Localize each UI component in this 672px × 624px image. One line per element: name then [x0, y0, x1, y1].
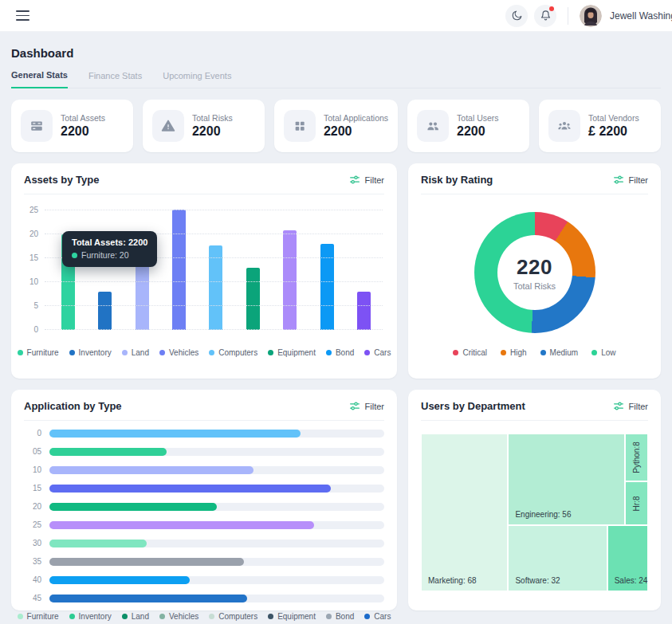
legend-item-vehicles[interactable]: Vehicles: [159, 612, 198, 621]
assets-legend: FurnitureInventoryLandVehiclesComputersE…: [24, 348, 384, 357]
legend-item-cars[interactable]: Cars: [364, 348, 391, 357]
legend-dot: [209, 350, 214, 355]
asset-bar-6[interactable]: [283, 230, 297, 330]
axis-tick-label: 05: [24, 447, 41, 456]
filter-sliders-icon: [613, 401, 624, 411]
stat-card-total-vendors: Total Vendors £ 2200: [539, 100, 661, 152]
legend-dot: [69, 614, 75, 619]
tab-upcoming-events[interactable]: Upcoming Events: [163, 70, 231, 88]
axis-tick-label: 25: [29, 206, 38, 214]
legend-dot: [18, 350, 23, 355]
legend-dot: [159, 350, 165, 355]
treemap-tile-engineering[interactable]: Engineering: 56: [508, 434, 624, 525]
asset-bar-8[interactable]: [357, 292, 371, 330]
application-bar-row: 35: [24, 557, 384, 566]
users-by-department-card: Users by Department Filter Marketing: 68…: [408, 390, 661, 610]
asset-bar-1[interactable]: [98, 292, 112, 330]
axis-tick-label: 25: [24, 520, 41, 529]
stat-label: Total Vendors: [588, 113, 639, 123]
app-bar-fill-30[interactable]: [49, 540, 147, 547]
legend-label: Low: [601, 348, 615, 357]
legend-item-land[interactable]: Land: [122, 612, 149, 621]
legend-item-computers[interactable]: Computers: [209, 348, 257, 357]
legend-item-bond[interactable]: Bond: [326, 612, 354, 621]
stat-value: 2200: [324, 124, 388, 139]
assets-by-type-card: Assets by Type Filter Total Assets: 2200: [11, 163, 397, 379]
card-header: Application by Type Filter: [24, 400, 384, 421]
legend-label: Medium: [550, 348, 579, 357]
app-bar-track: [49, 430, 384, 438]
legend-dot: [326, 350, 332, 355]
app-bar-fill-45[interactable]: [49, 595, 247, 602]
legend-item-bond[interactable]: Bond: [326, 348, 354, 357]
treemap-tile-software[interactable]: Software: 32: [508, 525, 607, 591]
app-bar-fill-0[interactable]: [49, 430, 301, 438]
legend-item-computers[interactable]: Computers: [209, 612, 257, 621]
treemap-tile-sales[interactable]: Sales: 24: [607, 525, 648, 591]
legend-item-equipment[interactable]: Equipment: [268, 612, 316, 621]
legend-item-land[interactable]: Land: [122, 348, 149, 357]
legend-item-inventory[interactable]: Inventory: [69, 612, 112, 621]
notifications-button[interactable]: [534, 5, 556, 27]
legend-dot: [453, 350, 458, 355]
stat-label: Total Assets: [61, 113, 105, 123]
legend-item-low[interactable]: Low: [591, 348, 615, 357]
legend-dot: [122, 350, 128, 355]
app-bar-fill-15[interactable]: [49, 485, 331, 493]
stat-value: 2200: [192, 124, 233, 139]
legend-item-medium[interactable]: Medium: [540, 348, 579, 357]
user-menu[interactable]: Jewell Washington: [580, 5, 672, 27]
dark-mode-toggle-button[interactable]: [505, 5, 528, 27]
legend-item-cars[interactable]: Cars: [364, 612, 391, 621]
app-bar-fill-25[interactable]: [49, 521, 314, 529]
server-icon: [21, 110, 53, 142]
card-title: Assets by Type: [24, 174, 99, 186]
filter-button[interactable]: Filter: [613, 401, 648, 411]
topbar-divider: [568, 7, 568, 25]
asset-bar-5[interactable]: [246, 268, 260, 330]
legend-dot: [364, 350, 370, 355]
risk-donut[interactable]: 220 Total Risks: [474, 212, 595, 333]
legend-label: Furniture: [27, 348, 59, 357]
chart-tooltip: Total Assets: 2200 Furniture: 20: [62, 231, 157, 267]
legend-item-high[interactable]: High: [501, 348, 527, 357]
application-bar-row: 25: [24, 520, 384, 529]
card-title: Risk by Rating: [421, 174, 493, 186]
legend-item-furniture[interactable]: Furniture: [18, 348, 59, 357]
app-bar-fill-05[interactable]: [49, 448, 167, 456]
treemap-tile-hr[interactable]: Hr:8: [625, 481, 648, 525]
filter-button[interactable]: Filter: [349, 175, 384, 185]
stat-value: 2200: [457, 124, 499, 139]
assets-bar-plot: Total Assets: 2200 Furniture: 20 0510152…: [45, 210, 383, 330]
app-bar-fill-35[interactable]: [49, 558, 244, 566]
legend-item-vehicles[interactable]: Vehicles: [159, 348, 198, 357]
legend-item-critical[interactable]: Critical: [453, 348, 487, 357]
tab-finance-stats[interactable]: Finance Stats: [88, 70, 142, 88]
legend-item-equipment[interactable]: Equipment: [268, 348, 316, 357]
application-bar-row: 10: [24, 465, 384, 474]
legend-item-inventory[interactable]: Inventory: [69, 348, 112, 357]
app-bar-fill-20[interactable]: [49, 503, 217, 511]
app-bar-track: [49, 448, 384, 456]
filter-button[interactable]: Filter: [349, 401, 384, 411]
asset-bar-3[interactable]: [172, 210, 186, 330]
app-bar-track: [49, 558, 384, 566]
treemap-tile-marketing[interactable]: Marketing: 68: [421, 434, 508, 591]
filter-label: Filter: [629, 402, 648, 411]
hamburger-menu-icon[interactable]: [16, 10, 29, 20]
treemap-tile-python[interactable]: Python:8: [625, 434, 648, 481]
legend-dot: [268, 350, 273, 355]
app-bar-track: [49, 503, 384, 511]
application-legend: FurnitureInventoryLandVehiclesComputersE…: [24, 612, 384, 621]
legend-label: Vehicles: [169, 612, 198, 621]
filter-button[interactable]: Filter: [613, 175, 648, 185]
app-bar-fill-40[interactable]: [49, 576, 190, 584]
legend-item-furniture[interactable]: Furniture: [18, 612, 59, 621]
legend-label: Furniture: [27, 612, 59, 621]
legend-label: Cars: [374, 612, 391, 621]
app-bar-fill-10[interactable]: [49, 466, 253, 474]
donut-total-label: Total Risks: [513, 281, 556, 291]
axis-tick-label: 0: [33, 325, 38, 334]
app-bar-track: [49, 466, 384, 474]
tab-general-stats[interactable]: General Stats: [11, 70, 68, 88]
